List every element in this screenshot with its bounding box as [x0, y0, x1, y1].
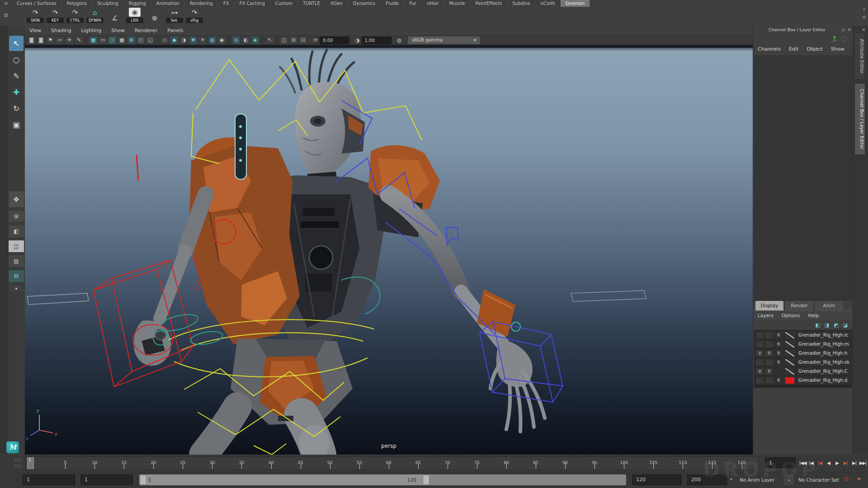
exposure-field[interactable]: 0.00 [320, 37, 349, 44]
layer-playback-toggle[interactable] [765, 341, 774, 348]
channel-box-menu-object[interactable]: Object [807, 46, 823, 52]
channel-box-menu-channels[interactable]: Channels [758, 46, 781, 52]
scale-tool[interactable]: ▣ [9, 117, 24, 132]
xray-icon[interactable]: ◐ [241, 36, 250, 44]
paint-select-tool[interactable]: ✎ [9, 68, 24, 84]
range-slider[interactable]: 1 120 [139, 474, 626, 485]
chevron-down-icon[interactable]: ▾ [730, 477, 732, 482]
layout-more-button[interactable]: ▾ [8, 285, 24, 292]
shelf-ctrl-button[interactable]: ↷CTRL [66, 8, 84, 23]
go-to-end-button[interactable]: ▶▶| [859, 457, 867, 469]
layer-playback-toggle[interactable] [765, 359, 774, 366]
shelf-tab-animation[interactable]: Animation [151, 0, 185, 7]
context-cursor-icon[interactable]: ↖ [265, 36, 274, 44]
layer-menu-help[interactable]: Help [808, 313, 819, 318]
layer-color-swatch[interactable] [785, 368, 794, 375]
anim-layer-label[interactable]: No Anim Layer [740, 474, 774, 485]
shelf-tab-muscle[interactable]: Muscle [444, 0, 471, 7]
layer-visibility-toggle[interactable] [755, 377, 764, 384]
current-frame-field[interactable]: 1 [765, 457, 796, 468]
viewport-menu-shading[interactable]: Shading [51, 28, 71, 33]
range-end-handle[interactable] [423, 475, 429, 485]
viewport-menu-show[interactable]: Show [111, 28, 125, 33]
step-forward-frame-button[interactable]: ▶| [850, 457, 859, 469]
field-chart-icon[interactable]: ⊞ [127, 36, 136, 44]
isolate-select-icon[interactable]: ◎ [232, 36, 241, 44]
layer-menu-layers[interactable]: Layers [758, 313, 774, 318]
anim-layer-menu-button[interactable]: ▾ [783, 475, 795, 486]
step-forward-key-button[interactable]: ▶| [841, 457, 850, 469]
layer-row[interactable]: RGrenadier_Rig_High:d [755, 376, 851, 385]
layer-render-flag[interactable]: R [774, 341, 783, 348]
camera-lock-icon[interactable]: ◙ [37, 36, 45, 44]
camera-select-icon[interactable]: ◙ [27, 36, 36, 44]
viewport-3d-scene[interactable]: y x z persp [25, 45, 753, 455]
ambient-occlusion-icon[interactable]: ◍ [208, 36, 217, 44]
layer-playback-toggle[interactable] [765, 332, 774, 339]
layer-menu-options[interactable]: Options [782, 313, 800, 318]
layer-tab-anim[interactable]: Anim [815, 300, 844, 310]
pane-layout-icon[interactable]: ◫ [280, 36, 288, 44]
side-tab-attribute-editor[interactable]: Attribute Editor [854, 33, 865, 80]
layer-visibility-toggle[interactable]: V [755, 350, 764, 357]
shelf-tab-turtle[interactable]: TURTLE [298, 0, 326, 7]
lights-icon[interactable]: ❋ [189, 36, 198, 44]
layer-row[interactable]: VPGrenadier_Rig_High:C [755, 367, 851, 375]
layer-playback-toggle[interactable] [765, 377, 774, 384]
layer-color-swatch[interactable] [785, 377, 794, 384]
layout-quad-view-button[interactable]: ⊞ [8, 210, 24, 223]
layer-visibility-toggle[interactable] [755, 332, 764, 339]
layer-render-flag[interactable]: R [774, 377, 783, 384]
camera-bookmark-icon[interactable]: ⚑ [46, 36, 55, 44]
resolution-gate-icon[interactable]: ◳ [108, 36, 117, 44]
gamma-field[interactable]: 1.00 [362, 37, 392, 44]
menu-grip-icon[interactable]: ≡ [0, 0, 12, 6]
shelf-dynpa-button[interactable]: ⌂DYNPA [86, 8, 104, 23]
layout-persp-outliner-button[interactable]: ◧ [8, 225, 24, 238]
shelf-tab-curves-surfaces[interactable]: Curves / Surfaces [12, 0, 62, 7]
step-back-key-button[interactable]: |◀ [816, 457, 824, 469]
move-axis-icon[interactable] [831, 35, 838, 42]
layer-row[interactable]: VPRGrenadier_Rig_High:h [755, 349, 851, 357]
shadows-icon[interactable]: ☀ [198, 36, 207, 44]
timeline-track[interactable]: 1 51015202530354045505560657075808590951… [25, 456, 760, 470]
go-to-start-button[interactable]: |◀◀ [798, 457, 807, 469]
shelf-tab-fx[interactable]: FX [218, 0, 235, 7]
layer-tab-render[interactable]: Render [785, 300, 814, 310]
layer-color-swatch[interactable] [785, 332, 794, 338]
layer-visibility-toggle[interactable] [755, 359, 764, 366]
pane-outliner-icon[interactable]: ⊟ [289, 36, 298, 44]
wireframe-icon[interactable]: ◇ [160, 36, 169, 44]
grease-pencil-icon[interactable]: ✎ [75, 36, 83, 44]
shelf-tab-fur[interactable]: Fur [404, 0, 422, 7]
anim-end-field[interactable]: 200 [687, 474, 727, 485]
select-tool[interactable]: ↖ [9, 36, 24, 51]
step-back-frame-button[interactable]: |◀ [807, 457, 816, 469]
safe-title-icon[interactable]: ◱ [146, 36, 155, 44]
shaded-icon[interactable]: ◆ [170, 36, 179, 44]
layer-move-down-icon[interactable]: ◧ [815, 322, 820, 328]
pane-split-icon[interactable]: ⊡ [299, 36, 307, 44]
popout-icon[interactable]: ▫ [842, 27, 845, 32]
shelf-target-button[interactable]: ⊕ [146, 13, 164, 23]
timeline-grip[interactable] [13, 457, 24, 469]
shelf-tab-dynamics[interactable]: Dynamics [348, 0, 381, 7]
dock-up-icon[interactable]: ⇧ [862, 7, 866, 13]
side-tab-channel-box-layer-editor[interactable]: Channel Box / Layer Editor [854, 83, 865, 155]
shelf-tab-sculpting[interactable]: Sculpting [92, 0, 124, 7]
shelf-tab-polygons[interactable]: Polygons [62, 0, 93, 7]
current-frame-marker[interactable]: 1 [27, 457, 34, 469]
layer-render-flag[interactable]: R [774, 350, 783, 357]
viewport-menu-renderer[interactable]: Renderer [135, 28, 157, 33]
layout-persp-graph-button[interactable]: ▤ [8, 255, 24, 267]
playback-end-field[interactable]: 120 [632, 474, 682, 485]
lasso-select-tool[interactable]: ○ [9, 52, 24, 67]
gear-icon[interactable]: ⚙ [4, 12, 9, 19]
shelf-tab-nhair[interactable]: nHair [422, 0, 444, 7]
close-icon[interactable]: × [862, 27, 866, 33]
image-plane-icon[interactable]: ▱ [56, 36, 64, 44]
gate-mask-icon[interactable]: ▩ [118, 36, 126, 44]
layer-color-swatch[interactable] [785, 341, 794, 347]
shelf-tab-ncloth[interactable]: nCloth [536, 0, 561, 7]
layout-hypershade-button[interactable]: ⊟ [8, 270, 24, 282]
